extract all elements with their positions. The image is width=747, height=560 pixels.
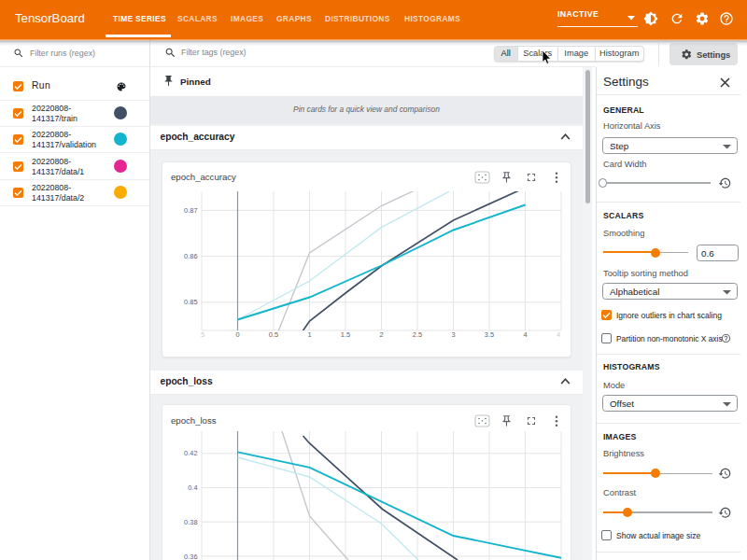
svg-text:3.5: 3.5 — [485, 330, 494, 339]
svg-text:0.36: 0.36 — [184, 553, 197, 560]
svg-text:0.4: 0.4 — [188, 483, 197, 492]
svg-text:1.5: 1.5 — [341, 330, 350, 339]
svg-text:4: 4 — [523, 330, 527, 339]
svg-text:4: 4 — [557, 330, 560, 339]
svg-text:0.85: 0.85 — [184, 298, 197, 306]
svg-text:0.42: 0.42 — [184, 449, 197, 457]
svg-text:0.38: 0.38 — [184, 518, 197, 526]
svg-text:epoch_accuracy: epoch_accuracy — [171, 172, 236, 182]
svg-text:epoch_loss: epoch_loss — [171, 415, 217, 426]
svg-text:0.5: 0.5 — [269, 330, 278, 339]
svg-text:1: 1 — [307, 330, 311, 339]
svg-text:0.86: 0.86 — [184, 252, 197, 260]
svg-text:2: 2 — [379, 330, 383, 339]
svg-text:0: 0 — [235, 330, 239, 339]
svg-text:0.87: 0.87 — [184, 206, 197, 215]
svg-text:5: 5 — [201, 330, 204, 339]
svg-text:2.5: 2.5 — [413, 330, 422, 339]
svg-text:3: 3 — [451, 330, 455, 339]
